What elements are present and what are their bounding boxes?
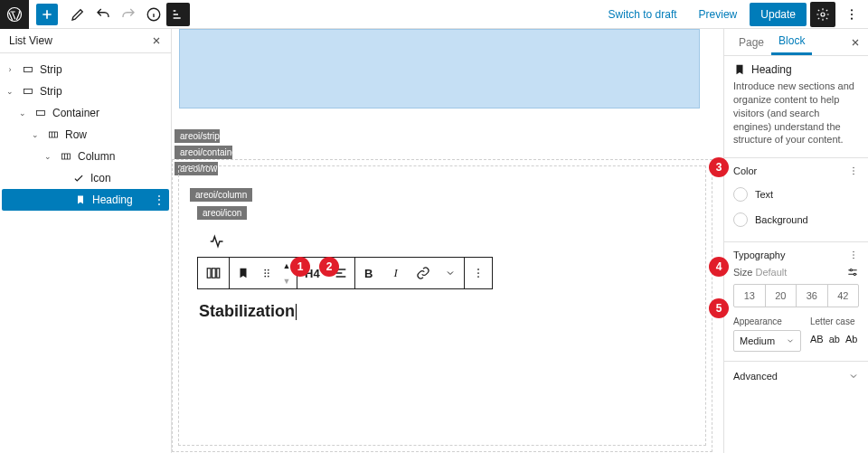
tab-block[interactable]: Block: [771, 29, 812, 55]
redo-icon[interactable]: [116, 0, 141, 29]
list-view-title: List View: [9, 34, 52, 47]
size-option[interactable]: 42: [828, 285, 859, 307]
breadcrumb-item[interactable]: areoi/strip: [175, 129, 220, 143]
marker-5: 5: [709, 298, 729, 318]
strip-outline[interactable]: areoi/column areoi/icon: [172, 159, 712, 452]
svg-rect-8: [37, 111, 45, 116]
svg-rect-9: [50, 132, 58, 137]
size-option[interactable]: 20: [766, 285, 797, 307]
block-type-icon[interactable]: [198, 258, 229, 288]
close-icon[interactable]: [151, 35, 162, 46]
container-outline[interactable]: areoi/column areoi/icon: [178, 165, 706, 446]
row-icon: [33, 108, 49, 118]
col-icon: [58, 151, 74, 162]
topbar-left: [0, 0, 190, 28]
inspector-panel: Page Block Heading Introduce new section…: [723, 29, 868, 453]
block-description: Introduce new sections and organize cont…: [733, 80, 859, 146]
lettercase-option[interactable]: ab: [829, 334, 840, 344]
block-toolbar: ▲▼ H4 B I: [197, 257, 493, 289]
color-background-row[interactable]: Background: [733, 207, 859, 232]
size-option[interactable]: 36: [797, 285, 828, 307]
close-icon[interactable]: [850, 37, 861, 48]
svg-rect-10: [62, 154, 71, 159]
size-label: Size: [733, 267, 752, 278]
list-item-label: Column: [78, 150, 167, 163]
breadcrumb-item[interactable]: areoi/container: [175, 146, 232, 159]
link-icon[interactable]: [410, 258, 437, 288]
svg-rect-7: [24, 90, 33, 94]
appearance-label: Appearance: [733, 316, 801, 326]
drag-icon[interactable]: [257, 258, 277, 288]
bold-button[interactable]: B: [355, 258, 382, 288]
tab-page[interactable]: Page: [731, 29, 771, 55]
list-item-label: Row: [65, 128, 167, 141]
typography-section: Typography Size Default 13203642 Appeara…: [724, 242, 868, 362]
heading-content[interactable]: Stabilization: [199, 302, 297, 321]
sliders-icon[interactable]: [846, 266, 859, 278]
swatch-icon: [733, 187, 748, 202]
check-icon: [71, 172, 87, 184]
svg-point-17: [268, 272, 269, 274]
more-icon[interactable]: ⋮: [153, 193, 165, 206]
undo-icon[interactable]: [90, 0, 116, 29]
chevron-down-icon: [786, 336, 795, 345]
switch-draft-link[interactable]: Switch to draft: [599, 8, 686, 21]
list-item-heading[interactable]: Heading⋮: [2, 189, 169, 211]
list-item-strip[interactable]: ⌄Strip: [0, 80, 171, 102]
svg-point-14: [264, 269, 266, 271]
marker-3: 3: [709, 157, 729, 177]
settings-icon[interactable]: [810, 2, 835, 27]
svg-rect-13: [217, 269, 220, 278]
add-block-button[interactable]: [36, 4, 58, 25]
italic-button[interactable]: I: [382, 258, 410, 288]
chevron-down-icon[interactable]: [437, 258, 464, 288]
appearance-select[interactable]: Medium: [733, 330, 801, 352]
toggle-icon[interactable]: ⌄: [4, 87, 16, 96]
svg-point-18: [264, 276, 266, 278]
toggle-icon[interactable]: ›: [4, 65, 16, 74]
update-button[interactable]: Update: [750, 3, 807, 26]
size-default: Default: [755, 267, 787, 278]
advanced-section[interactable]: Advanced: [724, 362, 868, 391]
svg-point-26: [853, 251, 854, 253]
more-icon[interactable]: [839, 0, 864, 29]
selected-block-placeholder[interactable]: [179, 29, 700, 109]
list-item-label: Icon: [90, 172, 167, 184]
wordpress-icon[interactable]: [0, 0, 29, 29]
lettercase-options[interactable]: ABabAb: [810, 330, 859, 344]
listview-icon[interactable]: [166, 3, 190, 26]
svg-point-23: [853, 167, 854, 169]
info-icon[interactable]: [141, 0, 166, 29]
size-segments old[interactable]: 13203642: [733, 284, 859, 307]
list-item-row[interactable]: ⌄Row: [0, 124, 171, 146]
toggle-icon[interactable]: ⌄: [29, 130, 42, 139]
marker-4: 4: [709, 257, 729, 277]
size-option[interactable]: 13: [734, 285, 766, 307]
toggle-icon[interactable]: ⌄: [42, 152, 54, 161]
list-item-column[interactable]: ⌄Column: [0, 146, 171, 167]
preview-link[interactable]: Preview: [690, 8, 747, 21]
lettercase-option[interactable]: AB: [810, 334, 824, 344]
list-item-strip[interactable]: ›Strip: [0, 59, 171, 80]
list-view-panel: List View ›Strip⌄Strip⌄Container⌄Row⌄Col…: [0, 29, 172, 453]
toggle-icon[interactable]: ⌄: [16, 109, 29, 118]
more-icon[interactable]: [848, 165, 859, 176]
svg-rect-11: [207, 269, 211, 278]
lettercase-option[interactable]: Ab: [845, 334, 857, 344]
editor-canvas[interactable]: areoi/strip areoi/container areoi/row ar…: [172, 29, 723, 453]
more-icon[interactable]: [465, 258, 492, 288]
bookmark-icon[interactable]: [230, 258, 257, 288]
list-item-icon[interactable]: Icon: [0, 167, 171, 189]
color-text-row[interactable]: Text: [733, 182, 859, 207]
breadcrumb-item[interactable]: areoi/icon: [197, 206, 247, 220]
color-section: Color Text Background: [724, 158, 868, 242]
edit-icon[interactable]: [65, 0, 90, 29]
breadcrumb-item[interactable]: areoi/column: [190, 188, 252, 202]
more-icon[interactable]: [848, 250, 859, 260]
list-item-container[interactable]: ⌄Container: [0, 102, 171, 124]
block-title: Heading: [751, 63, 792, 76]
typography-title: Typography: [733, 250, 785, 260]
list-item-label: Strip: [40, 63, 167, 76]
svg-point-24: [853, 170, 854, 172]
color-text-label: Text: [755, 189, 773, 200]
